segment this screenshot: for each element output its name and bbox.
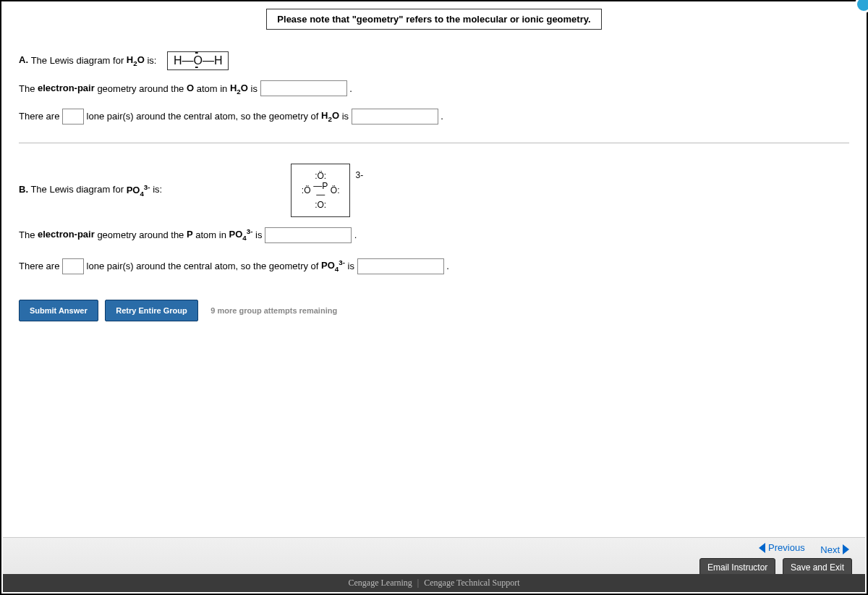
text: lone pair(s) around the central atom, so… [87,111,321,122]
f: O [332,110,339,121]
part-a: A. The Lewis diagram for H2O is: H—O••••… [19,50,849,130]
footer-strip: Cengage Learning | Cengage Technical Sup… [3,574,865,592]
divider [19,143,849,143]
footer-cengage[interactable]: Cengage Learning [349,578,412,588]
note-box: Please note that "geometry" refers to th… [266,9,601,30]
note-row: Please note that "geometry" refers to th… [19,9,849,30]
text: electron-pair [38,83,95,93]
previous-label: Previous [768,542,805,553]
text: The Lewis diagram for [31,55,127,66]
a-electron-pair-geometry-input[interactable] [260,80,347,96]
period: . [446,261,449,271]
a-lone-pairs-input[interactable] [62,109,84,125]
b-lone-pairs-input[interactable] [62,258,84,274]
period: . [441,111,443,122]
charge-label: 3- [355,165,363,185]
period: . [354,229,357,240]
footer-sep: | [417,578,419,588]
text: is [339,111,352,122]
text: P [187,229,193,240]
part-b-q1: The electron-pair geometry around the P … [19,221,849,248]
text: atom in [193,229,229,240]
lewis-po4-icon: :Ö: :Ö—P—Ö: :O: [291,164,350,217]
attempts-remaining: 9 more group attempts remaining [210,306,337,315]
part-a-q2: There are lone pair(s) around the centra… [19,106,849,130]
formula-po4: PO43- [127,185,150,195]
f: H [230,83,237,93]
a-geometry-input[interactable] [352,109,438,125]
formula-po4: PO43- [229,229,253,240]
text: is [252,229,265,240]
chevron-left-icon [759,543,765,553]
lewis-h2o-icon: H—O••••—H [167,51,229,70]
text: geometry around the [95,229,187,240]
part-a-label: A. [19,54,28,65]
f: PO [229,229,243,240]
bottom-bar: Previous Next Email Instructor Save and … [3,537,865,592]
lewis-po4-wrap: :Ö: :Ö—P—Ö: :O: 3- [291,164,350,217]
f: H [127,54,133,65]
work-area: Please note that "geometry" refers to th… [1,1,867,321]
part-b-intro-text: B. The Lewis diagram for PO43- is: [19,177,162,203]
text: O [187,83,194,93]
b-geometry-input[interactable] [357,258,444,274]
nav-row: Previous Next [3,538,865,555]
part-a-q1: The electron-pair geometry around the O … [19,78,849,102]
text: The Lewis diagram for [30,185,126,195]
formula-h2o: H2O [230,83,248,93]
part-b: B. The Lewis diagram for PO43- is: :Ö: :… [19,164,849,279]
footer-support[interactable]: Cengage Technical Support [424,578,519,588]
next-label: Next [820,544,840,555]
f: PO [321,260,335,271]
submit-button[interactable]: Submit Answer [19,300,98,321]
text: atom in [194,83,230,93]
app-frame: Please note that "geometry" refers to th… [0,0,868,595]
text: is [345,261,357,271]
previous-button[interactable]: Previous [756,542,805,553]
f: 3- [144,182,150,190]
next-button[interactable]: Next [820,544,852,555]
part-b-label: B. [19,185,28,195]
chevron-right-icon [843,544,849,554]
text: electron-pair [38,229,95,240]
text: lone pair(s) around the central atom, so… [87,261,321,271]
f: 3- [339,258,345,266]
formula-h2o: H2O [321,110,339,121]
text: geometry around the [95,83,187,93]
formula-po4: PO43- [321,260,345,271]
text: There are [19,261,62,271]
text: is: [150,185,163,195]
text: is: [145,55,157,66]
f: PO [127,185,140,195]
f: O [137,54,145,65]
f: O [241,83,248,93]
retry-button[interactable]: Retry Entire Group [105,300,197,321]
text: The [19,229,38,240]
part-b-q2: There are lone pair(s) around the centra… [19,253,849,279]
part-b-intro: B. The Lewis diagram for PO43- is: :Ö: :… [19,164,849,217]
text: is [248,83,260,93]
period: . [349,83,352,93]
formula-h2o: H2O [127,54,145,65]
text: There are [19,111,62,122]
b-electron-pair-geometry-input[interactable] [265,227,352,243]
action-row: Email Instructor Save and Exit [3,555,865,577]
button-row: Submit Answer Retry Entire Group 9 more … [19,300,849,321]
part-a-intro: A. The Lewis diagram for H2O is: H—O••••… [19,50,849,74]
text: The [19,83,38,93]
